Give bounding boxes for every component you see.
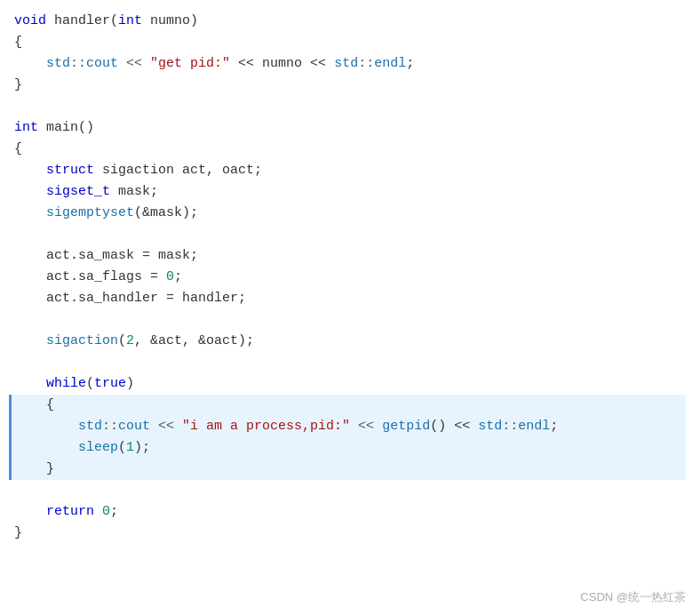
code-line: void handler(int numno) bbox=[14, 11, 686, 32]
token-plain: sigaction act, oact; bbox=[94, 160, 262, 181]
token-ns: std bbox=[478, 416, 502, 437]
token-plain: act.sa_mask = mask; bbox=[46, 245, 198, 267]
token-plain bbox=[14, 267, 46, 288]
token-plain bbox=[94, 501, 102, 523]
token-kw: true bbox=[94, 373, 126, 395]
code-line: struct sigaction act, oact; bbox=[14, 160, 686, 181]
token-plain: << numno << bbox=[230, 53, 334, 75]
token-ns: endl bbox=[518, 416, 550, 437]
token-plain: ( bbox=[86, 373, 94, 395]
watermark-text: CSDN @统一热红茶 bbox=[580, 588, 686, 607]
token-num: 1 bbox=[126, 437, 134, 459]
token-ns: endl bbox=[374, 53, 406, 75]
token-ns: std bbox=[334, 53, 358, 75]
token-op: :: bbox=[502, 416, 518, 437]
token-kw: while bbox=[46, 373, 86, 395]
code-line: sleep(1); bbox=[9, 437, 686, 459]
token-ns: std bbox=[46, 53, 70, 75]
token-plain: numno) bbox=[142, 11, 198, 32]
token-num: 0 bbox=[102, 501, 110, 523]
token-ns: cout bbox=[86, 53, 118, 75]
token-plain bbox=[14, 181, 46, 203]
code-line: { bbox=[14, 139, 686, 160]
token-fn: getpid bbox=[382, 416, 430, 437]
token-num: 0 bbox=[166, 267, 174, 288]
token-op: << bbox=[118, 53, 150, 75]
token-kw: return bbox=[46, 501, 94, 523]
token-plain: mask; bbox=[110, 181, 158, 203]
token-plain: main() bbox=[38, 117, 94, 139]
token-plain: act.sa_handler = handler; bbox=[46, 288, 246, 309]
token-plain: { bbox=[14, 32, 22, 53]
token-plain: } bbox=[14, 523, 22, 544]
token-op: :: bbox=[70, 53, 86, 75]
token-plain: ( bbox=[118, 331, 126, 352]
code-line: std::cout << "get pid:" << numno << std:… bbox=[14, 53, 686, 75]
code-line: sigaction(2, &act, &oact); bbox=[14, 331, 686, 352]
token-plain bbox=[14, 416, 78, 437]
token-plain bbox=[14, 245, 46, 267]
code-line: { bbox=[9, 395, 686, 416]
token-ns: cout bbox=[118, 416, 150, 437]
token-op: << bbox=[350, 416, 382, 437]
code-line: std::cout << "i am a process,pid:" << ge… bbox=[9, 416, 686, 437]
token-plain bbox=[14, 501, 46, 523]
code-line: while(true) bbox=[14, 373, 686, 395]
token-op: << bbox=[150, 416, 182, 437]
code-line: } bbox=[14, 523, 686, 544]
code-line: { bbox=[14, 32, 686, 53]
token-kw: int bbox=[14, 117, 38, 139]
code-line bbox=[14, 352, 686, 373]
token-plain: ; bbox=[550, 416, 558, 437]
token-plain: { bbox=[14, 395, 54, 416]
code-line: } bbox=[9, 459, 686, 480]
token-num: 2 bbox=[126, 331, 134, 352]
token-plain: ; bbox=[406, 53, 414, 75]
code-line: act.sa_handler = handler; bbox=[14, 288, 686, 309]
token-kw: int bbox=[118, 11, 142, 32]
token-plain bbox=[14, 203, 46, 224]
token-ns: std bbox=[78, 416, 102, 437]
token-str: "get pid:" bbox=[150, 53, 230, 75]
code-line bbox=[14, 309, 686, 331]
token-fn: sleep bbox=[78, 437, 118, 459]
token-plain: handler( bbox=[46, 11, 118, 32]
code-line: sigset_t mask; bbox=[14, 181, 686, 203]
code-line bbox=[14, 480, 686, 501]
code-line: act.sa_mask = mask; bbox=[14, 245, 686, 267]
token-plain: ; bbox=[174, 267, 182, 288]
token-kw: struct bbox=[46, 160, 94, 181]
token-plain: { bbox=[14, 139, 22, 160]
token-plain: ) bbox=[126, 373, 134, 395]
token-fn: sigemptyset bbox=[46, 203, 134, 224]
code-line: int main() bbox=[14, 117, 686, 139]
code-line: act.sa_flags = 0; bbox=[14, 267, 686, 288]
code-line bbox=[14, 96, 686, 117]
token-plain: , &act, &oact); bbox=[134, 331, 254, 352]
token-plain: ); bbox=[134, 437, 150, 459]
code-line bbox=[14, 224, 686, 245]
token-kw: void bbox=[14, 11, 46, 32]
token-plain: } bbox=[14, 459, 54, 480]
token-plain: (&mask); bbox=[134, 203, 198, 224]
token-plain bbox=[14, 331, 46, 352]
token-plain bbox=[14, 288, 46, 309]
token-plain: act.sa_flags = bbox=[46, 267, 166, 288]
token-plain bbox=[14, 53, 46, 75]
token-plain bbox=[14, 160, 46, 181]
token-kw: sigset_t bbox=[46, 181, 110, 203]
token-plain: ( bbox=[118, 437, 126, 459]
token-plain: } bbox=[14, 75, 22, 96]
token-op: :: bbox=[358, 53, 374, 75]
token-plain bbox=[14, 437, 78, 459]
token-op: :: bbox=[102, 416, 118, 437]
code-line: } bbox=[14, 75, 686, 96]
code-block: void handler(int numno){ std::cout << "g… bbox=[14, 11, 686, 544]
token-str: "i am a process,pid:" bbox=[182, 416, 350, 437]
code-line: return 0; bbox=[14, 501, 686, 523]
token-fn: sigaction bbox=[46, 331, 118, 352]
token-plain: () << bbox=[430, 416, 478, 437]
code-line: sigemptyset(&mask); bbox=[14, 203, 686, 224]
token-plain bbox=[14, 373, 46, 395]
token-plain: ; bbox=[110, 501, 118, 523]
